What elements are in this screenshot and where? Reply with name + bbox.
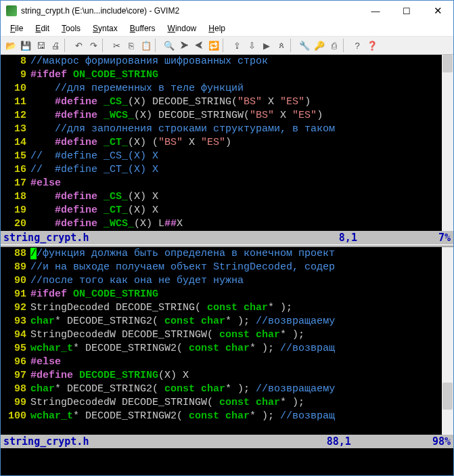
copy-icon[interactable]: ⎘ bbox=[124, 38, 139, 53]
menubar: FileEditToolsSyntaxBuffersWindowHelp bbox=[1, 21, 453, 36]
tags-icon[interactable]: ጰ bbox=[274, 38, 289, 53]
code-line[interactable]: 98char* DECODE_STRING2( const char* ); /… bbox=[1, 383, 453, 396]
find-icon[interactable]: 🔍 bbox=[162, 38, 177, 53]
code-line[interactable]: 91#ifdef ON_CODE_STRING bbox=[1, 288, 453, 301]
code-line[interactable]: 13 //для заполнения строками структурами… bbox=[1, 123, 453, 136]
make-tool-icon[interactable]: 🔧 bbox=[297, 38, 312, 53]
code-line[interactable]: 90//после того как она не будет нужна bbox=[1, 274, 453, 288]
code-line[interactable]: 10 //для переменных в теле функций bbox=[1, 82, 453, 95]
line-number: 96 bbox=[1, 355, 30, 369]
code-line[interactable]: 16// #define _CT_(X) X bbox=[1, 163, 453, 177]
line-number: 15 bbox=[1, 150, 30, 163]
code-text: #define _CT_(X) ("BS" X "ES") bbox=[30, 136, 453, 150]
code-line[interactable]: 99StringDecodedW DECODE_STRINGW( const c… bbox=[1, 396, 453, 410]
scrollbar-top[interactable] bbox=[442, 55, 453, 231]
print-icon[interactable]: 🖨 bbox=[48, 38, 63, 53]
redo-icon[interactable]: ↷ bbox=[86, 38, 101, 53]
scrollbar-bottom[interactable] bbox=[442, 247, 453, 435]
code-line[interactable]: 95wchar_t* DECODE_STRINGW2( const char* … bbox=[1, 342, 453, 355]
titlebar[interactable]: string_crypt.h (E:\un...include\core) - … bbox=[1, 1, 453, 21]
menu-syntax[interactable]: Syntax bbox=[87, 22, 123, 35]
code-text: //и на выходе получаем объект StringDeco… bbox=[30, 261, 453, 274]
code-text: char* DECODE_STRING2( const char* ); //в… bbox=[30, 383, 453, 396]
code-text: //после того как она не будет нужна bbox=[30, 274, 453, 288]
code-text: #define DECODE_STRING(X) X bbox=[30, 369, 453, 383]
help-search-icon[interactable]: ? bbox=[350, 38, 365, 53]
save-icon[interactable]: 💾 bbox=[18, 38, 33, 53]
cut-icon[interactable]: ✂ bbox=[109, 38, 124, 53]
run-icon[interactable]: ▶ bbox=[259, 38, 274, 53]
line-number: 92 bbox=[1, 301, 30, 315]
code-line[interactable]: 100wchar_t* DECODE_STRINGW2( const char*… bbox=[1, 410, 453, 423]
code-text: StringDecoded DECODE_STRING( const char*… bbox=[30, 301, 453, 315]
code-line[interactable]: 97#define DECODE_STRING(X) X bbox=[1, 369, 453, 383]
status-pct-bottom: 98% bbox=[432, 435, 451, 448]
find-prev-icon[interactable]: ⮜ bbox=[191, 38, 206, 53]
code-line[interactable]: 11 #define _CS_(X) DECODE_STRING("BS" X … bbox=[1, 95, 453, 109]
code-text: char* DECODE_STRING2( const char* ); //в… bbox=[30, 315, 453, 328]
status-bottom: string_crypt.h 88,1 98% bbox=[1, 435, 453, 448]
pane-bottom-body[interactable]: 88//функция должна быть определена в кон… bbox=[1, 247, 453, 435]
code-text: #else bbox=[30, 355, 453, 369]
scroll-thumb-bottom[interactable] bbox=[442, 383, 453, 410]
help-icon[interactable]: ❓ bbox=[365, 38, 380, 53]
menu-file[interactable]: File bbox=[5, 22, 28, 35]
command-line[interactable] bbox=[1, 448, 453, 475]
line-number: 17 bbox=[1, 177, 30, 190]
undo-icon[interactable]: ↶ bbox=[71, 38, 86, 53]
jump-prev-icon[interactable]: ⇩ bbox=[244, 38, 259, 53]
close-button[interactable]: ✕ bbox=[422, 1, 453, 21]
code-line[interactable]: 20 #define _WCS_(X) L##X bbox=[1, 217, 453, 231]
code-line[interactable]: 88//функция должна быть определена в кон… bbox=[1, 247, 453, 261]
menu-tools[interactable]: Tools bbox=[56, 22, 86, 35]
code-text: #ifdef ON_CODE_STRING bbox=[30, 68, 453, 82]
code-line[interactable]: 12 #define _WCS_(X) DECODE_STRINGW("BS" … bbox=[1, 109, 453, 123]
paste-icon[interactable]: 📋 bbox=[139, 38, 154, 53]
code-line[interactable]: 93char* DECODE_STRING2( const char* ); /… bbox=[1, 315, 453, 328]
line-number: 98 bbox=[1, 383, 30, 396]
line-number: 16 bbox=[1, 163, 30, 177]
save-all-icon[interactable]: 🖫 bbox=[33, 38, 48, 53]
code-text: wchar_t* DECODE_STRINGW2( const char* );… bbox=[30, 410, 453, 423]
window-title: string_crypt.h (E:\un...include\core) - … bbox=[21, 6, 360, 16]
line-number: 11 bbox=[1, 95, 30, 109]
minimize-button[interactable]: — bbox=[360, 1, 391, 21]
code-text: // #define _CT_(X) X bbox=[30, 163, 453, 177]
menu-window[interactable]: Window bbox=[162, 22, 202, 35]
code-text: #define _CT_(X) X bbox=[30, 204, 453, 217]
pane-bottom: 88//функция должна быть определена в кон… bbox=[1, 247, 453, 448]
find-next-icon[interactable]: ⮞ bbox=[177, 38, 191, 53]
line-number: 91 bbox=[1, 288, 30, 301]
code-line[interactable]: 15// #define _CS_(X) X bbox=[1, 150, 453, 163]
line-number: 88 bbox=[1, 247, 30, 261]
session-save-icon[interactable]: ⎙ bbox=[327, 38, 342, 53]
replace-icon[interactable]: 🔁 bbox=[206, 38, 221, 53]
menu-buffers[interactable]: Buffers bbox=[124, 22, 161, 35]
line-number: 93 bbox=[1, 315, 30, 328]
code-line[interactable]: 8//макрос формирования шифрованных строк bbox=[1, 55, 453, 68]
code-line[interactable]: 94StringDecodedW DECODE_STRINGW( const c… bbox=[1, 328, 453, 342]
open-icon[interactable]: 📂 bbox=[3, 38, 18, 53]
scroll-thumb-top[interactable] bbox=[442, 55, 453, 72]
code-line[interactable]: 18 #define _CS_(X) X bbox=[1, 190, 453, 204]
code-line[interactable]: 14 #define _CT_(X) ("BS" X "ES") bbox=[1, 136, 453, 150]
code-line[interactable]: 92StringDecoded DECODE_STRING( const cha… bbox=[1, 301, 453, 315]
code-line[interactable]: 17#else bbox=[1, 177, 453, 190]
jump-next-icon[interactable]: ⇪ bbox=[229, 38, 244, 53]
code-line[interactable]: 89//и на выходе получаем объект StringDe… bbox=[1, 261, 453, 274]
code-line[interactable]: 96#else bbox=[1, 355, 453, 369]
session-icon[interactable]: 🔑 bbox=[312, 38, 327, 53]
code-line[interactable]: 9#ifdef ON_CODE_STRING bbox=[1, 68, 453, 82]
pane-top-body[interactable]: 8//макрос формирования шифрованных строк… bbox=[1, 55, 453, 231]
line-number: 20 bbox=[1, 217, 30, 231]
menu-edit[interactable]: Edit bbox=[30, 22, 55, 35]
line-number: 14 bbox=[1, 136, 30, 150]
status-file-bottom: string_crypt.h bbox=[3, 435, 89, 448]
editor: 8//макрос формирования шифрованных строк… bbox=[1, 55, 453, 475]
status-file-top: string_crypt.h bbox=[3, 231, 89, 244]
menu-help[interactable]: Help bbox=[203, 22, 231, 35]
maximize-button[interactable]: ☐ bbox=[391, 1, 422, 21]
line-number: 9 bbox=[1, 68, 30, 82]
status-pos-bottom: 88,1 bbox=[327, 435, 351, 448]
code-line[interactable]: 19 #define _CT_(X) X bbox=[1, 204, 453, 217]
